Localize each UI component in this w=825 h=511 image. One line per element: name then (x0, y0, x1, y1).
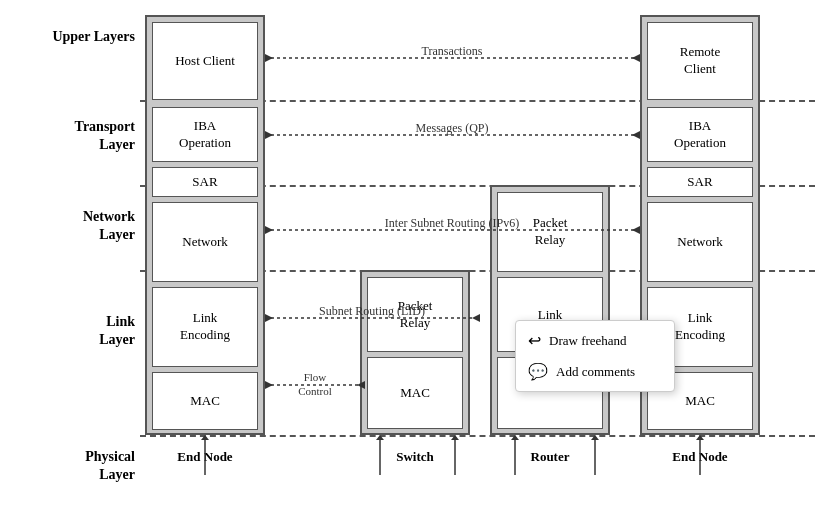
messages-qp-arrow: Messages (QP) (265, 127, 640, 147)
svg-marker-28 (511, 435, 519, 440)
draw-freehand-icon: ↩ (528, 331, 541, 350)
router-left-vertical-arrow (510, 435, 520, 475)
remote-client-cell: RemoteClient (647, 22, 753, 100)
layer-label-transport: TransportLayer (0, 118, 135, 154)
draw-freehand-menu-item[interactable]: ↩ Draw freehand (516, 325, 674, 356)
svg-marker-2 (632, 54, 640, 62)
svg-text:Control: Control (298, 385, 332, 397)
router-right-vertical-arrow (590, 435, 600, 475)
svg-marker-26 (451, 435, 459, 440)
end-node-left-vertical-arrow (200, 435, 210, 475)
switch-right-vertical-arrow (450, 435, 460, 475)
switch-box: PacketRelay MAC (360, 270, 470, 435)
svg-marker-22 (201, 435, 209, 440)
svg-text:Subnet Routing (LID): Subnet Routing (LID) (319, 304, 425, 318)
transactions-arrow: Transactions (265, 50, 640, 70)
switch-mac-cell: MAC (367, 357, 463, 429)
svg-text:Messages (QP): Messages (QP) (416, 121, 489, 135)
mac-left-cell: MAC (152, 372, 258, 430)
end-node-left-box: Host Client IBAOperation SAR Network Lin… (145, 15, 265, 435)
inter-subnet-arrow: Inter Subnet Routing (IPv6) (265, 222, 640, 242)
sar-right-cell: SAR (647, 167, 753, 197)
svg-marker-32 (696, 435, 704, 440)
flow-control-arrow: Flow Control (265, 375, 365, 405)
layer-label-link: LinkLayer (0, 313, 135, 349)
svg-marker-6 (632, 131, 640, 139)
svg-marker-14 (472, 314, 480, 322)
host-client-cell: Host Client (152, 22, 258, 100)
add-comments-menu-item[interactable]: 💬 Add comments (516, 356, 674, 387)
svg-text:Transactions: Transactions (422, 44, 483, 58)
svg-marker-10 (632, 226, 640, 234)
svg-marker-17 (265, 381, 273, 389)
context-menu: ↩ Draw freehand 💬 Add comments (515, 320, 675, 392)
svg-marker-13 (265, 314, 273, 322)
svg-text:Flow: Flow (304, 371, 327, 383)
svg-marker-5 (265, 131, 273, 139)
link-enc-left-cell: LinkEncoding (152, 287, 258, 367)
layer-label-physical: PhysicalLayer (0, 448, 135, 484)
iba-op-left-cell: IBAOperation (152, 107, 258, 162)
svg-marker-24 (376, 435, 384, 440)
svg-marker-9 (265, 226, 273, 234)
end-node-right-vertical-arrow (695, 435, 705, 475)
subnet-routing-arrow: Subnet Routing (LID) (265, 310, 480, 330)
switch-left-vertical-arrow (375, 435, 385, 475)
svg-marker-1 (265, 54, 273, 62)
main-container: Upper Layers TransportLayer NetworkLayer… (0, 0, 825, 511)
network-left-cell: Network (152, 202, 258, 282)
separator-link-physical (140, 435, 815, 437)
network-right-cell: Network (647, 202, 753, 282)
svg-marker-18 (357, 381, 365, 389)
sar-left-cell: SAR (152, 167, 258, 197)
layer-label-network: NetworkLayer (0, 208, 135, 244)
layer-label-upper: Upper Layers (0, 28, 135, 46)
svg-marker-30 (591, 435, 599, 440)
iba-op-right-cell: IBAOperation (647, 107, 753, 162)
add-comments-icon: 💬 (528, 362, 548, 381)
svg-text:Inter Subnet Routing (IPv6): Inter Subnet Routing (IPv6) (385, 216, 519, 230)
